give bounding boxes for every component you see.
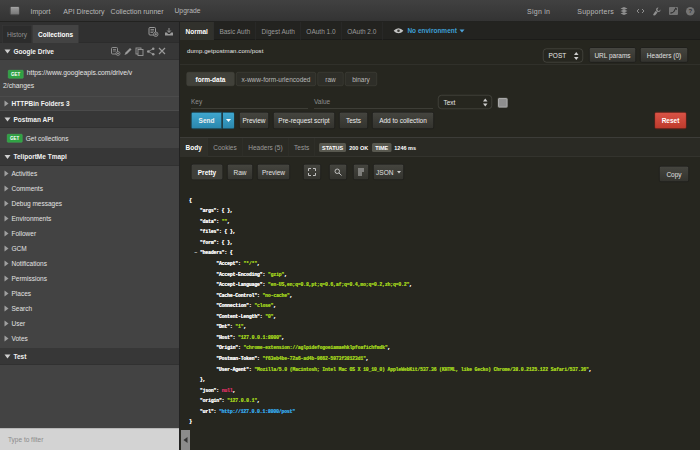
svg-text:?: ? xyxy=(688,8,692,14)
